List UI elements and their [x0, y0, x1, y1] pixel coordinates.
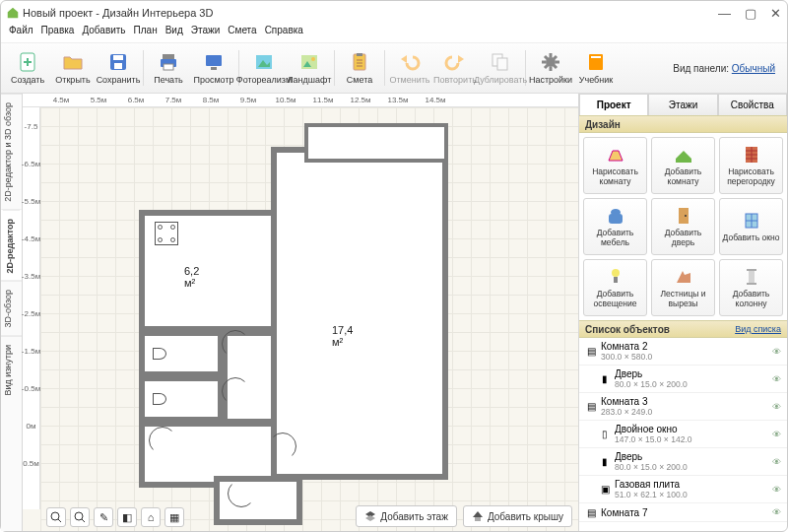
design-tile-0[interactable]: Нарисовать комнату	[583, 137, 647, 194]
close-button[interactable]: ✕	[770, 6, 781, 21]
menu-план[interactable]: План	[134, 25, 158, 42]
toilet-symbol[interactable]	[153, 393, 166, 405]
toolbar-landscape-button[interactable]: Ландшафт	[287, 45, 332, 91]
object-row[interactable]: ▤Комната 2300.0 × 580.0👁	[579, 338, 787, 366]
svg-rect-31	[475, 517, 481, 521]
menu-справка[interactable]: Справка	[265, 25, 303, 42]
window-title: Новый проект - Дизайн Интерьера 3D	[23, 7, 213, 19]
monitor-icon	[203, 51, 225, 73]
panel-tab-1[interactable]: Этажи	[648, 94, 717, 115]
book-icon	[585, 51, 607, 73]
area-label: 17,4 м²	[332, 324, 353, 348]
svg-point-38	[612, 269, 620, 277]
design-section-header: Дизайн	[579, 115, 787, 133]
toolbar-book-button[interactable]: Учебник	[573, 45, 619, 91]
home-button[interactable]: ⌂	[141, 507, 161, 527]
menu-файл[interactable]: Файл	[9, 25, 33, 42]
minimize-button[interactable]: —	[718, 6, 731, 21]
visibility-icon[interactable]: 👁	[772, 430, 781, 439]
svg-rect-7	[164, 64, 173, 70]
visibility-icon[interactable]: 👁	[772, 485, 781, 495]
menu-правка[interactable]: Правка	[41, 25, 75, 42]
tile-icon	[742, 145, 761, 165]
design-tile-4[interactable]: Добавить дверь	[651, 198, 715, 255]
content: 2D-редактор и 3D обзор2D-редактор3D-обзо…	[1, 94, 787, 531]
panel-tab-0[interactable]: Проект	[579, 94, 648, 115]
zoom-in-button[interactable]	[46, 507, 66, 527]
svg-line-25	[58, 519, 61, 522]
ruler-horizontal: 4.5м5.5м6.5м7.5м8.5м9.5м10.5м11.5м12.5м1…	[23, 94, 578, 107]
toolbar-printer-button[interactable]: Печать	[146, 45, 191, 91]
design-tile-8[interactable]: Добавить колонну	[719, 259, 783, 316]
design-tile-6[interactable]: Добавить освещение	[583, 259, 647, 316]
visibility-icon[interactable]: 👁	[772, 402, 781, 412]
object-row[interactable]: ▮Дверь80.0 × 15.0 × 200.0👁	[579, 448, 787, 476]
svg-rect-8	[206, 55, 222, 66]
design-tile-2[interactable]: Нарисовать перегородку	[719, 137, 783, 194]
design-tile-3[interactable]: Добавить мебель	[583, 198, 647, 255]
toolbar-photo-button[interactable]: Фотореализм	[241, 45, 287, 91]
menu-добавить[interactable]: Добавить	[82, 25, 125, 42]
panel-tab-2[interactable]: Свойства	[718, 94, 787, 115]
stove-symbol[interactable]	[155, 222, 178, 245]
toolbar-file-plus-button[interactable]: Создать	[5, 45, 50, 91]
svg-rect-3	[113, 55, 123, 60]
svg-point-26	[75, 512, 83, 520]
zoom-out-button[interactable]	[70, 507, 90, 527]
toolbar-monitor-button[interactable]: Просмотр	[191, 45, 236, 91]
floorplan-canvas[interactable]: 6,2 м² 17,4 м² ✎◧⌂▦ Добавить этаж Добави…	[40, 107, 578, 531]
toilet-symbol[interactable]	[153, 348, 166, 360]
floor-buttons: Добавить этаж Добавить крышу	[356, 505, 572, 527]
visibility-icon[interactable]: 👁	[772, 374, 781, 384]
eraser-button[interactable]: ◧	[117, 507, 137, 527]
object-row[interactable]: ▤Комната 7👁	[579, 503, 787, 522]
add-floor-button[interactable]: Добавить этаж	[356, 505, 457, 527]
pencil-button[interactable]: ✎	[94, 507, 113, 527]
toolbar-save-button[interactable]: Сохранить	[96, 45, 141, 91]
gear-icon	[540, 51, 561, 73]
side-tab-0[interactable]: 2D-редактор и 3D обзор	[1, 94, 22, 210]
side-tab-2[interactable]: 3D-обзор	[1, 281, 22, 336]
tile-icon	[606, 145, 625, 165]
room-icon: ▤	[585, 401, 597, 413]
svg-rect-35	[679, 208, 689, 224]
design-tile-5[interactable]: Добавить окно	[719, 198, 783, 255]
grid-button[interactable]: ▦	[164, 507, 184, 527]
view-panel-mode[interactable]: Обычный	[732, 63, 775, 74]
room-icon: ▤	[585, 506, 597, 518]
room-icon: ▤	[585, 346, 597, 358]
side-tab-1[interactable]: 2D-редактор	[1, 210, 22, 282]
svg-rect-40	[747, 269, 756, 271]
menu-вид[interactable]: Вид	[165, 25, 183, 42]
toolbar-gear-button[interactable]: Настройки	[528, 45, 573, 91]
visibility-icon[interactable]: 👁	[772, 507, 781, 517]
side-tab-3[interactable]: Вид изнутри	[1, 336, 22, 404]
menu-этажи[interactable]: Этажи	[191, 25, 221, 42]
folder-open-icon	[62, 51, 84, 73]
svg-rect-41	[747, 283, 756, 285]
visibility-icon[interactable]: 👁	[772, 347, 781, 357]
svg-marker-0	[8, 8, 19, 19]
tile-icon	[742, 211, 761, 231]
maximize-button[interactable]: ▢	[745, 6, 756, 21]
design-tile-7[interactable]: Лестницы и вырезы	[651, 259, 715, 316]
object-row[interactable]: ▣Газовая плита51.0 × 62.1 × 100.0👁	[579, 476, 787, 503]
svg-marker-17	[401, 55, 407, 63]
menu-смета[interactable]: Смета	[228, 25, 256, 42]
visibility-icon[interactable]: 👁	[772, 457, 781, 467]
clipboard-icon	[349, 51, 370, 73]
object-row[interactable]: ▤Комната 3283.0 × 249.0👁	[579, 393, 787, 421]
object-list: ▤Комната 2300.0 × 580.0👁▮Дверь80.0 × 15.…	[579, 338, 787, 531]
app-icon	[7, 7, 19, 19]
object-row[interactable]: ▮Дверь80.0 × 15.0 × 200.0👁	[579, 366, 787, 393]
right-panel: ПроектЭтажиСвойства Дизайн Нарисовать ко…	[578, 94, 787, 531]
toolbar-clipboard-button[interactable]: Смета	[337, 45, 382, 91]
view-panel-label: Вид панели: Обычный	[673, 63, 783, 74]
toolbar-folder-open-button[interactable]: Открыть	[50, 45, 96, 91]
svg-rect-4	[114, 63, 122, 69]
tile-icon	[606, 206, 625, 226]
objects-view-mode[interactable]: Вид списка	[735, 324, 781, 334]
design-tile-1[interactable]: Добавить комнату	[651, 137, 715, 194]
add-roof-button[interactable]: Добавить крышу	[463, 505, 572, 527]
object-row[interactable]: ▯Двойное окно147.0 × 15.0 × 142.0👁	[579, 421, 787, 448]
